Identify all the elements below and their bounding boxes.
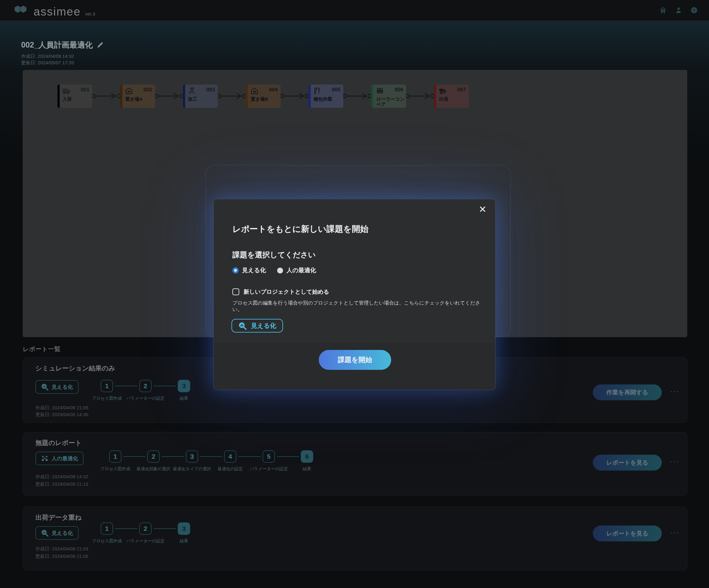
- process-node-005[interactable]: 005 梱包作業: [309, 84, 343, 108]
- node-label: 置き場A: [125, 96, 155, 102]
- magnifier-chart-icon: [238, 322, 247, 330]
- radio-icon: [232, 267, 239, 274]
- report-type-label: 見える化: [52, 530, 73, 537]
- checkbox-icon[interactable]: [232, 288, 239, 295]
- logo-cubes-icon: [14, 4, 28, 18]
- step-label: 最適化の設定: [217, 466, 243, 472]
- report-title: シミュレーション結果のみ: [35, 364, 115, 373]
- node-number: 005: [332, 87, 341, 93]
- close-icon[interactable]: ✕: [479, 205, 487, 214]
- help-icon[interactable]: [690, 6, 698, 14]
- step-box-3-active: 3: [178, 380, 190, 392]
- step-label: 最適化タイプの選択: [173, 466, 211, 472]
- node-label: 梱包作業: [314, 96, 343, 102]
- step-box-3: 3: [186, 450, 198, 463]
- report-updated-date: 更新日: 2024/04/09 21:05: [35, 554, 88, 559]
- step-label: 結果: [180, 395, 188, 401]
- radio-option-visualization[interactable]: 見える化: [232, 266, 266, 275]
- step-box-2: 2: [139, 522, 152, 535]
- page-title: 002_人員計画最適化: [21, 40, 93, 50]
- project-updated-date: 更新日: 2024/05/07 17:20: [21, 60, 74, 66]
- step-connector: [200, 456, 222, 457]
- logo-version: ver.3: [85, 11, 96, 17]
- step-label: パラメーターの設定: [126, 538, 164, 544]
- start-task-button[interactable]: 課題を開始: [319, 350, 391, 370]
- step-connector: [115, 528, 137, 529]
- app-root: assimee ver.3 002_人員計画最適化 作成日: 2024/04/0…: [0, 0, 709, 588]
- step-box-3-active: 3: [178, 522, 190, 535]
- truck-in-icon: [62, 87, 70, 95]
- home-icon[interactable]: [659, 6, 667, 14]
- step-label: パラメーターの設定: [126, 395, 164, 401]
- step-box-2: 2: [139, 380, 152, 392]
- step-label: パラメーターの設定: [250, 466, 288, 472]
- report-type-badge: 見える化: [35, 380, 79, 394]
- report-card: 無題のレポート 人の最適化 1 2 3 4 5 6 プロセス図作成 最適化対象の…: [23, 432, 687, 496]
- magnifier-chart-icon: [41, 383, 49, 391]
- step-box-1: 1: [101, 380, 113, 392]
- more-menu-button[interactable]: ···: [668, 529, 681, 537]
- process-node-004[interactable]: 004 置き場B: [246, 84, 281, 108]
- report-title: 無題のレポート: [35, 438, 82, 447]
- report-type-badge: 人の最適化: [35, 452, 84, 465]
- radio-label: 人の最適化: [286, 266, 316, 275]
- report-created-date: 作成日: 2024/04/09 21:05: [35, 405, 88, 411]
- step-label: プロセス図作成: [92, 538, 122, 544]
- step-connector: [123, 456, 146, 457]
- report-created-date: 作成日: 2024/04/09 21:03: [35, 546, 88, 552]
- node-label: 加工: [188, 96, 217, 102]
- people-swap-icon: [41, 455, 49, 462]
- radio-option-people-optimization[interactable]: 人の最適化: [277, 266, 316, 275]
- edit-pencil-icon[interactable]: [97, 41, 104, 49]
- step-label: プロセス図作成: [100, 466, 130, 472]
- worker-icon: [188, 87, 196, 95]
- logo[interactable]: assimee ver.3: [14, 2, 95, 18]
- report-created-date: 作成日: 2024/04/09 14:32: [35, 474, 88, 480]
- node-number: 004: [269, 87, 278, 93]
- more-menu-button[interactable]: ···: [668, 387, 681, 395]
- process-node-006[interactable]: 006 ローラーコンベア: [371, 84, 406, 108]
- report-type-label: 見える化: [52, 384, 73, 391]
- report-card: 出荷データ重ね 見える化 1 2 3 プロセス図作成 パラメーターの設定 結果 …: [23, 507, 687, 570]
- user-icon[interactable]: [675, 6, 682, 14]
- app-header: assimee ver.3: [0, 0, 709, 21]
- view-report-button[interactable]: レポートを見る: [593, 455, 662, 470]
- magnifier-chart-icon: [41, 529, 49, 537]
- checkbox-label: 新しいプロジェクトとして始める: [243, 288, 329, 296]
- node-number: 007: [457, 87, 466, 93]
- process-node-002[interactable]: 002 置き場A: [120, 84, 155, 108]
- logo-text: assimee: [33, 5, 81, 18]
- step-connector: [154, 528, 176, 529]
- process-node-003[interactable]: 003 加工: [183, 84, 218, 108]
- selected-type-badge: 見える化: [232, 319, 283, 333]
- node-label: 入荷: [62, 96, 92, 102]
- task-type-radio-group: 見える化 人の最適化: [232, 266, 316, 275]
- step-box-5: 5: [263, 450, 275, 463]
- new-project-checkbox-row[interactable]: 新しいプロジェクトとして始める: [232, 288, 329, 296]
- more-menu-button[interactable]: ···: [668, 458, 681, 465]
- report-type-label: 人の最適化: [52, 455, 78, 462]
- reports-heading: レポート一覧: [23, 345, 60, 353]
- node-number: 002: [143, 87, 152, 93]
- process-node-007[interactable]: 007 出荷: [434, 84, 469, 108]
- checkbox-helper-text: プロセス図の編集を行う場合や別のプロジェクトとして管理したい場合は、こちらにチェ…: [232, 300, 481, 313]
- step-label: プロセス図作成: [92, 395, 122, 401]
- report-title: 出荷データ重ね: [35, 513, 81, 522]
- header-nav: [659, 0, 698, 21]
- radio-label: 見える化: [242, 266, 266, 275]
- project-title-row: 002_人員計画最適化: [21, 40, 104, 50]
- step-connector: [162, 456, 184, 457]
- report-updated-date: 更新日: 2024/04/30 14:30: [35, 412, 88, 418]
- node-label: 置き場B: [251, 96, 280, 102]
- resume-work-button[interactable]: 作業を再開する: [593, 384, 662, 400]
- step-box-1: 1: [109, 450, 122, 463]
- warehouse-icon: [251, 87, 259, 95]
- step-box-1: 1: [101, 522, 113, 535]
- warehouse-icon: [125, 87, 133, 95]
- view-report-button[interactable]: レポートを見る: [593, 526, 662, 541]
- process-node-001[interactable]: 001 入荷: [57, 84, 92, 108]
- step-connector: [154, 386, 176, 386]
- modal-title: レポートをもとに新しい課題を開始: [232, 224, 368, 235]
- step-connector: [277, 456, 299, 457]
- report-type-badge: 見える化: [35, 526, 79, 540]
